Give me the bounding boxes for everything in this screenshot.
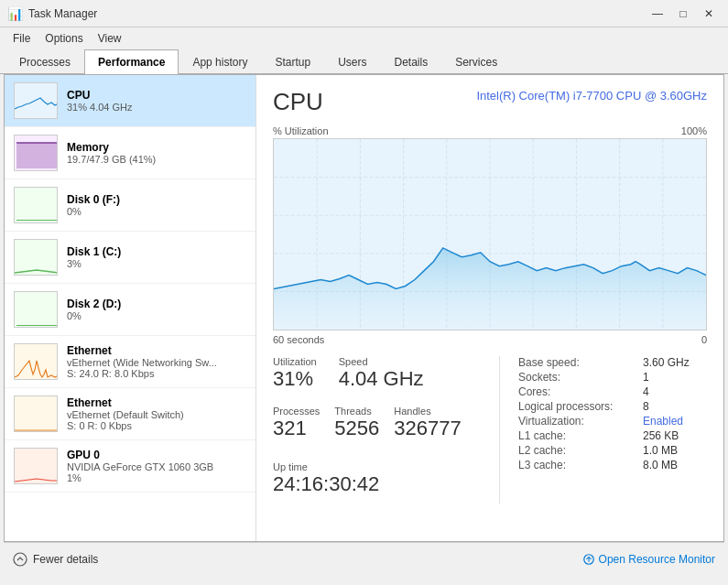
- cpu-thumbnail: [14, 82, 58, 119]
- fewer-details-icon: [13, 552, 27, 567]
- eth1-desc: vEthernet (Default Switch): [67, 409, 241, 420]
- eth1-info: Ethernet vEthernet (Default Switch) S: 0…: [67, 396, 246, 431]
- sidebar-item-disk2[interactable]: Disk 2 (D:) 0%: [5, 284, 255, 336]
- tab-details[interactable]: Details: [380, 49, 441, 74]
- fewer-details-label: Fewer details: [33, 553, 98, 566]
- menu-file[interactable]: File: [5, 29, 38, 48]
- mem-sparkline: [15, 135, 57, 170]
- disk2-info: Disk 2 (D:) 0%: [67, 298, 246, 321]
- logical-label: Logical processors:: [518, 400, 637, 413]
- l2-value: 1.0 MB: [643, 444, 678, 457]
- sidebar-item-disk0[interactable]: Disk 0 (F:) 0%: [5, 179, 255, 232]
- right-stat-l1: L1 cache: 256 KB: [518, 429, 707, 442]
- detail-title: CPU: [273, 88, 323, 116]
- right-stat-l3: L3 cache: 8.0 MB: [518, 459, 707, 471]
- cores-value: 4: [643, 385, 649, 398]
- svg-point-19: [14, 553, 27, 566]
- x-axis-left: 60 seconds: [273, 334, 324, 345]
- handles-stat: Handles 326777: [394, 406, 461, 440]
- disk0-info: Disk 0 (F:) 0%: [67, 193, 246, 217]
- disk2-thumbnail: [14, 291, 58, 328]
- utilization-value: 31%: [273, 367, 317, 391]
- threads-stat: Threads 5256: [334, 406, 379, 440]
- sidebar-item-gpu0[interactable]: GPU 0 NVIDIA GeForce GTX 1060 3GB 1%: [5, 440, 255, 493]
- x-axis-right: 0: [701, 334, 707, 345]
- handles-label: Handles: [394, 406, 461, 417]
- cpu-stat: 31% 4.04 GHz: [67, 102, 246, 113]
- menu-bar: File Options View: [0, 27, 728, 49]
- gpu0-name: GPU 0: [67, 449, 246, 461]
- l3-label: L3 cache:: [518, 459, 637, 471]
- tab-services[interactable]: Services: [441, 49, 511, 74]
- eth1-thumbnail: [14, 395, 58, 432]
- gpu0-thumbnail: [14, 448, 58, 484]
- processes-stat: Processes 321: [273, 406, 320, 440]
- minimize-button[interactable]: —: [646, 4, 669, 24]
- eth0-info: Ethernet vEthernet (Wide Networking Sw..…: [67, 344, 246, 379]
- right-stat-basespeed: Base speed: 3.60 GHz: [518, 356, 707, 369]
- svg-rect-2: [16, 220, 57, 221]
- right-stat-logical: Logical processors: 8: [518, 400, 707, 413]
- detail-subtitle: Intel(R) Core(TM) i7-7700 CPU @ 3.60GHz: [476, 88, 707, 104]
- handles-value: 326777: [394, 417, 461, 440]
- speed-label: Speed: [339, 356, 424, 367]
- tab-startup[interactable]: Startup: [261, 49, 324, 74]
- eth0-sparkline: [15, 343, 57, 379]
- right-stat-cores: Cores: 4: [518, 385, 707, 398]
- tab-app-history[interactable]: App history: [179, 49, 261, 74]
- tab-processes[interactable]: Processes: [5, 49, 84, 74]
- close-button[interactable]: ✕: [697, 4, 721, 24]
- open-resource-monitor-link[interactable]: Open Resource Monitor: [582, 553, 715, 566]
- sidebar-item-eth1[interactable]: Ethernet vEthernet (Default Switch) S: 0…: [5, 388, 255, 440]
- mem-name: Memory: [67, 141, 246, 154]
- menu-view[interactable]: View: [91, 29, 129, 48]
- uptime-label: Up time: [273, 461, 490, 472]
- stats-right: Base speed: 3.60 GHz Sockets: 1 Cores: 4…: [499, 356, 707, 504]
- sidebar-item-cpu[interactable]: CPU 31% 4.04 GHz: [5, 75, 255, 127]
- processes-label: Processes: [273, 406, 320, 417]
- monitor-icon: [582, 553, 595, 566]
- sidebar-item-eth0[interactable]: Ethernet vEthernet (Wide Networking Sw..…: [5, 336, 255, 388]
- cpu-name: CPU: [67, 89, 246, 102]
- title-bar-left: 📊 Task Manager: [7, 6, 97, 21]
- app-title: Task Manager: [28, 7, 97, 20]
- stats-grid: Utilization 31% Speed 4.04 GHz Processes…: [273, 356, 707, 504]
- menu-options[interactable]: Options: [38, 29, 90, 48]
- basespeed-label: Base speed:: [518, 356, 637, 369]
- chart-label-bottom: 60 seconds 0: [273, 334, 707, 345]
- sidebar-item-disk1[interactable]: Disk 1 (C:) 3%: [5, 232, 255, 284]
- fewer-details-button[interactable]: Fewer details: [13, 552, 98, 567]
- app-icon: 📊: [7, 6, 23, 21]
- y-axis-label: % Utilization: [273, 125, 329, 136]
- cpu-chart: [273, 138, 707, 330]
- l1-label: L1 cache:: [518, 429, 637, 442]
- footer-bar: Fewer details Open Resource Monitor: [4, 542, 724, 575]
- basespeed-value: 3.60 GHz: [643, 356, 690, 369]
- y-axis-max: 100%: [681, 125, 707, 136]
- maximize-button[interactable]: □: [671, 4, 695, 24]
- eth0-thumbnail: [14, 343, 58, 380]
- disk1-stat: 3%: [67, 258, 246, 269]
- eth1-stat: S: 0 R: 0 Kbps: [67, 420, 246, 431]
- l2-label: L2 cache:: [518, 444, 637, 457]
- right-stat-virt: Virtualization: Enabled: [518, 415, 707, 428]
- chart-label-top: % Utilization 100%: [273, 125, 707, 136]
- disk1-sparkline: [15, 239, 57, 275]
- tab-performance[interactable]: Performance: [84, 49, 179, 74]
- sidebar-item-memory[interactable]: Memory 19.7/47.9 GB (41%): [5, 127, 255, 179]
- right-stat-l2: L2 cache: 1.0 MB: [518, 444, 707, 457]
- eth0-stat: S: 24.0 R: 8.0 Kbps: [67, 368, 246, 379]
- tab-users[interactable]: Users: [324, 49, 380, 74]
- disk0-name: Disk 0 (F:): [67, 193, 246, 206]
- svg-rect-3: [16, 325, 57, 326]
- logical-value: 8: [643, 400, 649, 413]
- cpu-chart-svg: [274, 139, 706, 330]
- gpu0-desc: NVIDIA GeForce GTX 1060 3GB: [67, 461, 241, 472]
- monitor-label: Open Resource Monitor: [599, 553, 715, 566]
- threads-label: Threads: [334, 406, 379, 417]
- virt-value: Enabled: [643, 415, 683, 428]
- eth0-name: Ethernet: [67, 344, 246, 357]
- detail-header: CPU Intel(R) Core(TM) i7-7700 CPU @ 3.60…: [273, 88, 707, 116]
- disk2-name: Disk 2 (D:): [67, 298, 246, 310]
- disk2-stat: 0%: [67, 310, 246, 321]
